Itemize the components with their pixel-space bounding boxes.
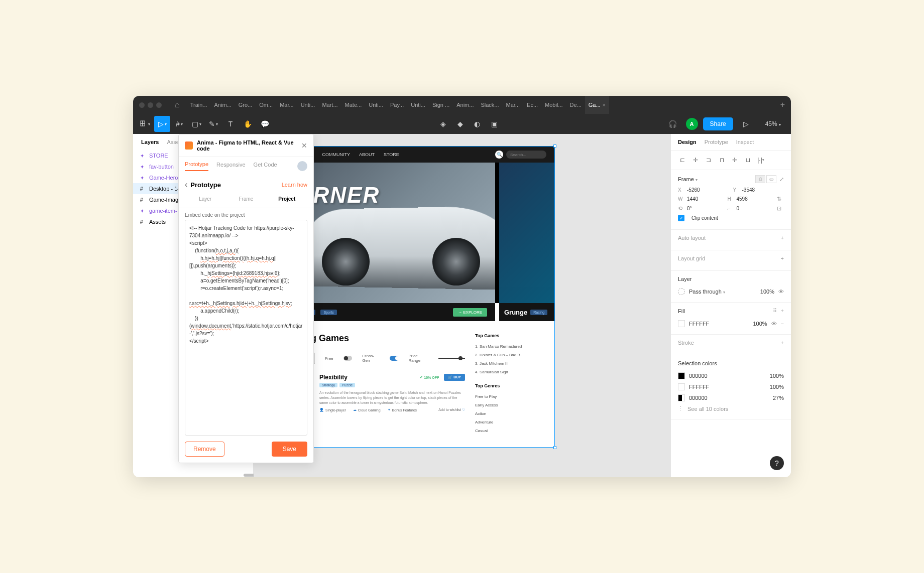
w-input[interactable]: 1440: [687, 196, 724, 202]
y-input[interactable]: -3548: [742, 187, 784, 193]
file-tab[interactable]: Unti...: [407, 96, 429, 114]
mask-icon[interactable]: ◐: [469, 116, 485, 132]
hand-tool[interactable]: ✋: [240, 116, 256, 132]
align-center-h-icon[interactable]: ✛: [690, 155, 701, 166]
help-button[interactable]: ?: [770, 456, 784, 470]
subtab-layer[interactable]: Layer: [185, 194, 225, 204]
file-tab[interactable]: Gro...: [235, 96, 256, 114]
zoom-dropdown[interactable]: 45% ▾: [759, 120, 787, 127]
subtab-project[interactable]: Project: [267, 194, 307, 204]
move-tool[interactable]: ▷▾: [154, 116, 170, 132]
boolean-icon[interactable]: ▣: [486, 116, 502, 132]
file-tab[interactable]: Mate...: [341, 96, 366, 114]
new-tab-button[interactable]: +: [774, 100, 791, 109]
file-tab[interactable]: Sign ...: [429, 96, 453, 114]
distribute-icon[interactable]: |·|▾: [755, 155, 766, 166]
design-tab[interactable]: Design: [678, 139, 697, 145]
file-tab[interactable]: Mar...: [503, 96, 524, 114]
save-button[interactable]: Save: [272, 442, 307, 457]
corner-input[interactable]: 0: [737, 206, 773, 211]
orientation-portrait-icon[interactable]: ▯: [755, 175, 765, 183]
see-all-colors[interactable]: See all 10 colors: [687, 406, 728, 412]
visibility-icon[interactable]: 👁: [771, 321, 777, 327]
color-row[interactable]: 000000100%: [678, 370, 784, 381]
selection-handle[interactable]: [553, 145, 556, 148]
visibility-icon[interactable]: 👁: [778, 289, 784, 295]
comment-tool[interactable]: 💬: [257, 116, 273, 132]
plugin-tab-getcode[interactable]: Get Code: [254, 162, 277, 171]
home-icon[interactable]: ⌂: [171, 100, 184, 109]
plugin-tab-responsive[interactable]: Responsive: [216, 162, 245, 171]
align-top-icon[interactable]: ⊓: [716, 155, 727, 166]
color-row[interactable]: 00000027%: [678, 392, 784, 403]
fill-hex-input[interactable]: FFFFFF: [689, 321, 709, 327]
file-tab[interactable]: Pay...: [387, 96, 407, 114]
frame-dropdown[interactable]: Frame ▾: [678, 176, 698, 182]
menu-button[interactable]: ▾: [137, 116, 153, 132]
learn-how-link[interactable]: Learn how: [282, 182, 307, 188]
share-button[interactable]: Share: [703, 117, 733, 130]
inspect-tab[interactable]: Inspect: [736, 139, 754, 145]
orientation-landscape-icon[interactable]: ▭: [766, 175, 776, 183]
file-tab[interactable]: Slack...: [477, 96, 502, 114]
align-left-icon[interactable]: ⊏: [677, 155, 688, 166]
add-button[interactable]: +: [781, 235, 784, 241]
prototype-tab[interactable]: Prototype: [705, 139, 728, 145]
file-tab[interactable]: Mart...: [318, 96, 341, 114]
union-icon[interactable]: ◆: [452, 116, 468, 132]
user-avatar[interactable]: A: [686, 118, 698, 130]
add-button[interactable]: +: [781, 255, 784, 261]
headphones-icon[interactable]: 🎧: [665, 116, 681, 132]
selection-handle[interactable]: [553, 446, 556, 449]
file-tab[interactable]: Anim...: [453, 96, 477, 114]
back-icon[interactable]: ‹: [185, 180, 187, 189]
color-row[interactable]: FFFFFF100%: [678, 381, 784, 392]
opacity-input[interactable]: 100%: [760, 289, 774, 295]
code-textarea[interactable]: <!-- Hotjar Tracking Code for https://pu…: [185, 220, 307, 436]
fill-opacity-input[interactable]: 100%: [753, 321, 767, 327]
subtab-frame[interactable]: Frame: [225, 194, 266, 204]
file-tab[interactable]: Mar...: [276, 96, 297, 114]
rotation-input[interactable]: 0°: [687, 206, 724, 211]
independent-corners-icon[interactable]: ⊡: [777, 205, 784, 212]
constrain-icon[interactable]: ⇅: [777, 196, 784, 202]
clip-checkbox[interactable]: ✓: [678, 215, 684, 221]
file-tab[interactable]: Ga... ×: [585, 96, 609, 114]
file-tab[interactable]: Om...: [256, 96, 276, 114]
add-button[interactable]: +: [781, 308, 784, 314]
component-icon[interactable]: ◈: [435, 116, 451, 132]
layers-tab[interactable]: Layers: [141, 139, 159, 145]
file-tab[interactable]: Unti...: [365, 96, 387, 114]
align-right-icon[interactable]: ⊐: [703, 155, 714, 166]
h-input[interactable]: 4598: [737, 196, 773, 202]
file-tab[interactable]: Mobil...: [541, 96, 566, 114]
canvas[interactable]: Desktop - 1440px ▸TURBINE STORE COMMUNIT…: [254, 134, 670, 477]
add-button[interactable]: +: [781, 340, 784, 346]
remove-button[interactable]: Remove: [185, 442, 224, 457]
align-middle-icon[interactable]: ✛: [729, 155, 740, 166]
fill-swatch[interactable]: [678, 320, 685, 327]
plugin-avatar[interactable]: [297, 161, 307, 171]
file-tab[interactable]: Train...: [187, 96, 211, 114]
close-icon[interactable]: ✕: [301, 141, 307, 150]
file-tab[interactable]: Anim...: [211, 96, 235, 114]
shape-tool[interactable]: ▢▾: [188, 116, 204, 132]
style-icon[interactable]: ⠿: [773, 308, 777, 314]
pen-tool[interactable]: ✎▾: [205, 116, 221, 132]
x-input[interactable]: -5260: [687, 187, 729, 193]
nav-link: COMMUNITY: [322, 152, 350, 157]
file-tab[interactable]: Ec...: [523, 96, 541, 114]
file-tab[interactable]: Unti...: [297, 96, 319, 114]
file-tab[interactable]: De...: [566, 96, 585, 114]
text-tool[interactable]: T: [222, 116, 239, 132]
plugin-tab-prototype[interactable]: Prototype: [185, 161, 208, 171]
window-controls[interactable]: [133, 102, 168, 108]
horizontal-scrollbar[interactable]: [133, 474, 253, 477]
present-button[interactable]: ▷: [738, 116, 754, 132]
resize-fit-icon[interactable]: ⤢: [779, 176, 784, 183]
remove-icon[interactable]: −: [781, 321, 784, 327]
align-bottom-icon[interactable]: ⊔: [742, 155, 753, 166]
blend-mode-dropdown[interactable]: Pass through ▾: [689, 289, 725, 295]
frame-tool[interactable]: #▾: [171, 116, 187, 132]
plugin-window[interactable]: Anima - Figma to HTML, React & Vue code …: [178, 134, 314, 463]
